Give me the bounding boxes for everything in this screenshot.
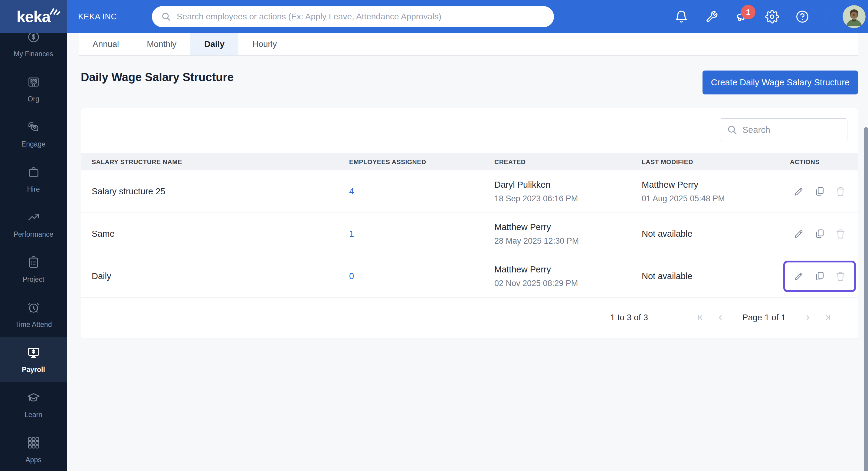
sidebar-item-label: Payroll — [22, 366, 45, 374]
employees-assigned-link[interactable]: 4 — [349, 186, 354, 197]
structure-name: Same — [81, 229, 339, 239]
company-name: KEKA INC — [78, 12, 117, 22]
vertical-scrollbar[interactable] — [864, 127, 868, 471]
tab-daily[interactable]: Daily — [190, 33, 239, 55]
modified-cell: Not available — [631, 271, 779, 281]
duplicate-button[interactable] — [814, 186, 825, 197]
modified-by: Not available — [642, 271, 779, 281]
employees-assigned-link[interactable]: 1 — [349, 229, 354, 239]
edit-button[interactable] — [793, 228, 804, 240]
chat-bubbles-icon — [27, 120, 40, 135]
table-header-row: SALARY STRUCTURE NAME EMPLOYEES ASSIGNED… — [81, 153, 858, 170]
created-at: 28 May 2025 12:30 PM — [494, 236, 631, 246]
sidebar-item-time-attend[interactable]: Time Attend — [0, 292, 67, 337]
delete-button[interactable] — [835, 228, 846, 240]
create-daily-wage-salary-structure-button[interactable]: Create Daily Wage Salary Structure — [703, 70, 858, 94]
sidebar-item-payroll[interactable]: Payroll — [0, 337, 67, 382]
edit-button[interactable] — [793, 186, 804, 197]
grid-icon — [27, 436, 40, 451]
modified-by: Matthew Perry — [642, 180, 779, 190]
tools-button[interactable] — [705, 10, 718, 24]
structure-name: Salary structure 25 — [81, 186, 339, 197]
tab-monthly[interactable]: Monthly — [133, 33, 190, 55]
settings-button[interactable] — [765, 10, 779, 24]
sidebar-item-hire[interactable]: Hire — [0, 157, 67, 202]
highlighted-action-group — [783, 261, 856, 292]
column-header-created: CREATED — [484, 158, 631, 166]
sidebar-item-label: My Finances — [13, 50, 53, 58]
delete-button[interactable] — [835, 186, 846, 197]
modified-cell: Not available — [631, 229, 779, 239]
actions-cell — [779, 176, 858, 207]
created-at: 18 Sep 2023 06:16 PM — [494, 194, 631, 203]
header-actions: 1 — [674, 0, 866, 33]
user-avatar[interactable] — [843, 5, 866, 28]
previous-page-button[interactable] — [716, 313, 725, 322]
employees-assigned-link[interactable]: 0 — [349, 271, 354, 281]
salary-structure-card: SALARY STRUCTURE NAME EMPLOYEES ASSIGNED… — [81, 108, 858, 338]
next-page-button[interactable] — [803, 313, 812, 322]
help-icon — [796, 10, 809, 24]
sidebar-item-learn[interactable]: Learn — [0, 382, 67, 428]
sidebar-item-engage[interactable]: Engage — [0, 112, 67, 157]
sidebar-item-label: Project — [23, 275, 44, 284]
sidebar-item-label: Engage — [22, 140, 45, 148]
actions-cell — [779, 261, 858, 292]
top-header: KEKA INC 1 — [67, 0, 868, 33]
global-search[interactable] — [152, 6, 554, 27]
tab-label: Monthly — [147, 39, 176, 49]
building-icon — [27, 75, 40, 90]
gear-icon — [765, 10, 779, 24]
created-by: Matthew Perry — [494, 265, 631, 274]
sidebar-item-performance[interactable]: Performance — [0, 202, 67, 247]
help-button[interactable] — [796, 10, 809, 24]
page-title: Daily Wage Salary Structure — [81, 71, 234, 84]
alarm-clock-icon — [27, 301, 40, 316]
tab-label: Daily — [204, 39, 224, 49]
sidebar-item-label: Apps — [25, 456, 41, 464]
sidebar-item-org[interactable]: Org — [0, 67, 67, 112]
main-content: Annual Monthly Daily Hourly Daily Wage S… — [67, 33, 868, 471]
sidebar: My Finances Org Engage Hire — [0, 0, 67, 471]
column-header-employees: EMPLOYEES ASSIGNED — [339, 158, 484, 166]
modified-cell: Matthew Perry 01 Aug 2025 05:48 PM — [631, 180, 779, 203]
created-cell: Matthew Perry 28 May 2025 12:30 PM — [484, 222, 631, 246]
table-row: Daily 0 Matthew Perry 02 Nov 2025 08:29 … — [81, 255, 858, 298]
column-header-actions: ACTIONS — [779, 158, 858, 166]
table-search-input[interactable] — [742, 125, 840, 135]
created-at: 02 Nov 2025 08:29 PM — [494, 279, 631, 288]
graduation-cap-icon — [27, 391, 40, 406]
tab-hourly[interactable]: Hourly — [239, 33, 291, 55]
keka-logo[interactable]: keka — [0, 0, 67, 33]
bell-icon — [674, 10, 688, 24]
sidebar-item-label: Hire — [27, 185, 40, 194]
table-search[interactable] — [720, 118, 847, 141]
first-page-button[interactable] — [696, 313, 705, 322]
notifications-button[interactable] — [674, 10, 688, 24]
duplicate-button[interactable] — [814, 271, 825, 282]
avatar-image — [843, 5, 866, 28]
tab-annual[interactable]: Annual — [79, 33, 133, 55]
delete-button[interactable] — [835, 271, 846, 282]
sidebar-item-label: Time Attend — [15, 321, 52, 329]
tab-label: Annual — [93, 39, 119, 49]
sidebar-item-label: Learn — [25, 411, 42, 419]
global-search-input[interactable] — [177, 12, 545, 22]
last-page-button[interactable] — [823, 313, 832, 322]
sidebar-item-apps[interactable]: Apps — [0, 428, 67, 471]
frequency-tabs: Annual Monthly Daily Hourly — [79, 33, 858, 56]
keka-logo-text: keka — [17, 7, 51, 26]
whats-new-button[interactable]: 1 — [735, 10, 749, 24]
search-icon — [161, 11, 171, 22]
edit-button[interactable] — [793, 271, 804, 282]
sidebar-item-project[interactable]: Project — [0, 247, 67, 292]
notification-badge: 1 — [741, 5, 755, 19]
tools-icon — [705, 10, 718, 24]
pagination: 1 to 3 of 3 Page 1 of 1 — [81, 297, 858, 338]
clipboard-icon — [27, 256, 40, 271]
created-cell: Daryl Pulikken 18 Sep 2023 06:16 PM — [484, 180, 631, 203]
duplicate-button[interactable] — [814, 228, 825, 240]
monitor-dollar-icon — [27, 346, 40, 361]
action-group — [783, 218, 856, 250]
created-by: Daryl Pulikken — [494, 180, 631, 190]
